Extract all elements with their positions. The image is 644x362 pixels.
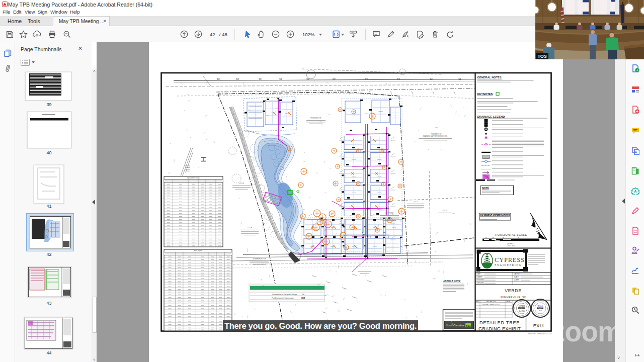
svg-text:ENGINEERING: ENGINEERING	[495, 263, 522, 266]
svg-text:LOT 7: LOT 7	[443, 210, 447, 212]
svg-text:KEYNOTES: KEYNOTES	[477, 93, 493, 96]
svg-text:LOT 34: LOT 34	[352, 142, 356, 144]
svg-text:SE BERKELEY CIR: SE BERKELEY CIR	[253, 258, 266, 260]
svg-text:LOT 2: LOT 2	[373, 246, 377, 247]
svg-text:LOT 32: LOT 32	[377, 175, 382, 177]
svg-text:TOWN RAI COMMENTS 04/14: TOWN RAI COMMENTS 04/14	[481, 304, 500, 306]
svg-text:SUMMERVILLE, SC: SUMMERVILLE, SC	[500, 296, 526, 299]
svg-text:Specimen Trees: Specimen Trees	[187, 177, 200, 179]
svg-text:REV: REV	[476, 301, 479, 303]
svg-text:CHECKED:: CHECKED:	[476, 282, 485, 284]
svg-text:LOT A: LOT A	[248, 227, 252, 229]
svg-text:CYPRESS: CYPRESS	[495, 256, 525, 263]
svg-text:488: 488	[302, 294, 304, 296]
svg-text:LOT 29: LOT 29	[393, 115, 398, 117]
svg-text:DESCRIPTION: DESCRIPTION	[486, 301, 496, 303]
svg-text:Carolina: Carolina	[453, 324, 464, 327]
svg-text:LOT 2: LOT 2	[392, 227, 396, 228]
svg-text:SCALE:: SCALE:	[514, 276, 519, 278]
svg-text:Post-Development Compensatory: Post-Development Compensatory	[272, 297, 295, 299]
svg-text:W.Keith: W.Keith	[537, 305, 543, 307]
svg-text:EXI.I: EXI.I	[533, 323, 544, 328]
svg-text:1,538: 1,538	[301, 297, 305, 299]
svg-text:811: 811	[466, 324, 471, 327]
svg-text:LOT 14: LOT 14	[254, 114, 258, 116]
svg-text:4/25: 4/25	[539, 310, 542, 312]
svg-text:GRADING EXHIBIT: GRADING EXHIBIT	[478, 326, 521, 331]
svg-text:LOT 20: LOT 20	[352, 175, 356, 177]
svg-text:DRAWN:: DRAWN:	[476, 276, 482, 278]
svg-text:EASEMENT ABBREVIATIONS: EASEMENT ABBREVIATIONS	[480, 214, 510, 217]
svg-text:PRINT SET - FEBRUARY 20, 2025: PRINT SET - FEBRUARY 20, 2025	[528, 333, 552, 335]
svg-text:NOTE: NOTE	[482, 187, 490, 190]
svg-text:CLIENT:: CLIENT:	[514, 279, 519, 281]
svg-text:PROPERTY OF: PROPERTY OF	[310, 117, 321, 119]
svg-text:GENERAL NOTES:: GENERAL NOTES:	[477, 76, 503, 79]
svg-text:DETAILED TREE: DETAILED TREE	[479, 320, 520, 325]
svg-text:LOT 6: LOT 6	[378, 142, 381, 144]
svg-text:LOT 18: LOT 18	[379, 111, 383, 112]
svg-text:LOT 0: LOT 0	[391, 245, 395, 247]
svg-text:DATE:: DATE:	[476, 273, 481, 275]
svg-text:DRAINAGE LEGEND: DRAINAGE LEGEND	[477, 115, 505, 118]
svg-text:HORIZONTAL SCALE: HORIZONTAL SCALE	[495, 233, 527, 236]
svg-text:DATE: DATE	[506, 301, 510, 303]
svg-text:LOT 39: LOT 39	[377, 159, 382, 160]
svg-text:LOT 25: LOT 25	[377, 192, 382, 194]
svg-text:Pine Table: Pine Table	[194, 250, 202, 252]
svg-text:WET POND: WET POND	[385, 212, 394, 214]
svg-text:LOT 34: LOT 34	[239, 183, 244, 185]
svg-text:South: South	[446, 324, 454, 327]
svg-text:TOS: TOS	[538, 54, 547, 59]
svg-text:EMANUEL BAPTIST CHURCH, INC.: EMANUEL BAPTIST CHURCH, INC.	[423, 135, 447, 137]
svg-text:VERDE: VERDE	[505, 288, 521, 293]
svg-text:ENGINEERING: ENGINEERING	[517, 307, 526, 309]
svg-text:CYPRESS: CYPRESS	[519, 305, 525, 307]
svg-text:Tolerated Rate of Precipitable: Tolerated Rate of Precipitable Storage	[272, 294, 297, 296]
svg-text:ASBUILT NOTE:: ASBUILT NOTE:	[443, 280, 461, 283]
svg-text:No. 3705: No. 3705	[519, 310, 525, 312]
svg-text:No 298: No 298	[538, 307, 543, 309]
svg-text:CAD FILE:: CAD FILE:	[514, 273, 521, 275]
svg-text:1 inch = 40 ft.: 1 inch = 40 ft.	[507, 245, 515, 247]
svg-text:A: A	[634, 189, 637, 194]
svg-text:LOT 5: LOT 5	[414, 201, 418, 203]
svg-text:LOT 27: LOT 27	[352, 159, 356, 160]
svg-text:LOT 13: LOT 13	[352, 192, 356, 194]
svg-text:DESIGNED:: DESIGNED:	[476, 279, 485, 281]
